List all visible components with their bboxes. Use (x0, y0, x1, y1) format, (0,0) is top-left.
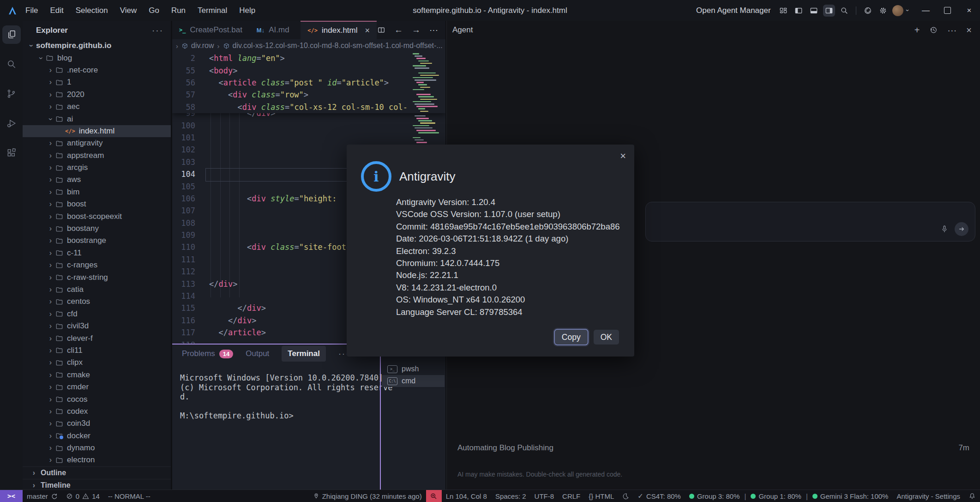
menu-selection[interactable]: Selection (70, 6, 114, 15)
activity-explorer[interactable] (2, 25, 21, 44)
remote-indicator[interactable]: >< (0, 490, 23, 502)
history-icon[interactable] (929, 26, 938, 34)
tree-item-folder[interactable]: ›blog (23, 52, 171, 64)
tree-item-file[interactable]: </>index.html (23, 125, 171, 137)
tree-item-folder[interactable]: ›c-11 (23, 247, 171, 259)
cs4t-item[interactable]: ✓CS4T: 80% (633, 490, 685, 502)
toggle-left-panel-icon[interactable] (793, 5, 805, 17)
tree-item-folder[interactable]: ›c-ranges (23, 259, 171, 271)
avatar[interactable] (892, 5, 903, 16)
tree-item-folder[interactable]: ›aec (23, 101, 171, 113)
tree-item-folder[interactable]: ›bim (23, 186, 171, 198)
ok-button[interactable]: OK (594, 330, 619, 345)
tree-item-folder[interactable]: ›coin3d (23, 417, 171, 429)
menu-help[interactable]: Help (233, 6, 261, 15)
customize-layout-icon[interactable] (777, 5, 789, 17)
tree-item-folder[interactable]: ›boostany (23, 223, 171, 235)
tree-item-folder[interactable]: ›antigravity (23, 137, 171, 149)
chevron-down-icon[interactable]: › (904, 9, 911, 11)
panel-tab-problems[interactable]: Problems14 (182, 349, 233, 358)
toggle-bottom-panel-icon[interactable] (808, 5, 820, 17)
statusbar-eol[interactable]: CRLF (558, 490, 584, 502)
breadcrumb-item[interactable]: div.col-xs-12.col-sm-10.col-md-8.col-sm-… (223, 42, 443, 50)
tree-item-folder[interactable]: ›clipx (23, 357, 171, 369)
copy-button[interactable]: Copy (555, 330, 588, 345)
tree-item-folder[interactable]: ›cocos (23, 393, 171, 405)
statusbar-settings[interactable]: Antigravity - Settings (892, 490, 964, 502)
tree-item-folder[interactable]: ›centos (23, 296, 171, 308)
statusbar-language[interactable]: {} HTML (584, 490, 618, 502)
menu-file[interactable]: File (19, 6, 44, 15)
conversation-row[interactable]: Automating Blog Publishing 7m (447, 440, 980, 456)
tree-item-folder[interactable]: ›electron (23, 454, 171, 466)
add-icon[interactable]: + (914, 25, 920, 36)
tab-createpost-bat[interactable]: >_CreatePost.bat (172, 21, 249, 39)
crescent-item[interactable] (618, 490, 633, 502)
panel-tab-output[interactable]: Output (246, 349, 269, 358)
forward-icon[interactable]: → (412, 25, 421, 35)
tree-item-folder[interactable]: ›appstream (23, 150, 171, 162)
tree-item-folder[interactable]: ›c-raw-string (23, 271, 171, 283)
breadcrumb-item[interactable]: div.row (181, 42, 214, 50)
back-icon[interactable]: ← (394, 25, 403, 35)
panel-tab-terminal[interactable]: Terminal (282, 346, 326, 362)
activity-run-debug[interactable] (2, 114, 21, 133)
tree-item-folder[interactable]: ›softempire.github.io (23, 40, 171, 52)
menu-view[interactable]: View (114, 6, 143, 15)
notifications-bell[interactable] (964, 490, 980, 502)
tab-ai-md[interactable]: M↓AI.md (250, 21, 296, 39)
activity-extensions[interactable] (2, 144, 21, 162)
activity-search[interactable] (2, 55, 21, 73)
menu-terminal[interactable]: Terminal (192, 6, 233, 15)
tree-item-folder[interactable]: ›cmake (23, 369, 171, 381)
tree-item-folder[interactable]: ›clever-f (23, 332, 171, 344)
agent-input[interactable] (645, 202, 975, 242)
zoom-indicator[interactable] (426, 490, 442, 502)
split-editor-icon[interactable] (377, 26, 385, 34)
tree-item-folder[interactable]: ›cfd (23, 308, 171, 320)
git-branch-item[interactable]: master (23, 490, 62, 502)
mic-icon[interactable] (940, 225, 949, 233)
tree-item-folder[interactable]: ›codex (23, 405, 171, 417)
terminal-item-cmd[interactable]: C:\cmd (382, 375, 445, 387)
explorer-more-icon[interactable]: ··· (152, 25, 163, 36)
tab-index-html[interactable]: </>index.html× (301, 21, 377, 39)
dialog-close-icon[interactable]: × (620, 150, 626, 162)
close-icon[interactable]: × (966, 25, 972, 36)
tree-item-folder[interactable]: ›civil3d (23, 320, 171, 332)
menu-go[interactable]: Go (143, 6, 165, 15)
search-icon[interactable] (838, 5, 850, 17)
panel-sash[interactable] (380, 344, 381, 490)
tree-item-folder[interactable]: ›boost-scopeexit (23, 210, 171, 222)
tree-item-folder[interactable]: ›cmder (23, 381, 171, 393)
activity-source-control[interactable] (2, 85, 21, 103)
toggle-right-panel-icon[interactable] (823, 5, 835, 17)
more-actions-icon[interactable]: ··· (429, 25, 438, 35)
tree-item-folder[interactable]: ›2020 (23, 89, 171, 101)
send-icon[interactable] (955, 222, 968, 236)
outline-section[interactable]: › Outline (23, 466, 171, 479)
close-button[interactable]: × (958, 0, 980, 21)
tree-item-folder[interactable]: ›cli11 (23, 345, 171, 357)
statusbar-encoding[interactable]: UTF-8 (530, 490, 559, 502)
tree-item-folder[interactable]: ›.net-core (23, 64, 171, 76)
problems-item[interactable]: 014 (62, 490, 104, 502)
tree-item-folder[interactable]: ›aws (23, 174, 171, 186)
shield-icon[interactable] (862, 5, 874, 17)
tree-item-folder[interactable]: ›1 (23, 76, 171, 88)
timeline-section[interactable]: › Timeline (23, 479, 171, 490)
statusbar-indentation[interactable]: Spaces: 2 (491, 490, 530, 502)
minimize-button[interactable]: — (915, 0, 937, 21)
terminal-output[interactable]: Microsoft Windows [Version 10.0.26200.78… (180, 373, 393, 421)
tree-item-folder[interactable]: ›dynamo (23, 442, 171, 454)
git-blame-item[interactable]: Zhiqiang DING (32 minutes ago) (309, 490, 426, 502)
menu-edit[interactable]: Edit (44, 6, 69, 15)
more-icon[interactable]: ··· (947, 25, 956, 36)
menu-run[interactable]: Run (165, 6, 192, 15)
terminal-item-pwsh[interactable]: >_pwsh (382, 363, 445, 375)
statusbar-cursor-position[interactable]: Ln 104, Col 8 (442, 490, 491, 502)
open-agent-manager-button[interactable]: Open Agent Manager (696, 6, 771, 15)
tree-item-folder[interactable]: ›catia (23, 284, 171, 296)
close-icon[interactable]: × (365, 26, 370, 36)
tree-item-folder[interactable]: ›boost (23, 198, 171, 210)
